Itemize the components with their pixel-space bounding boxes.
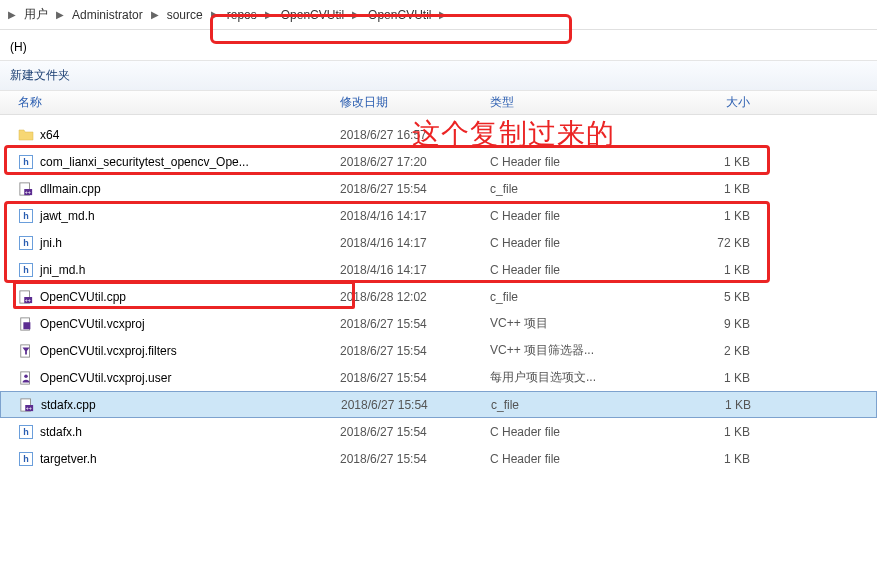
header-file-icon: h — [18, 154, 34, 170]
file-name: OpenCVUtil.vcxproj — [40, 317, 145, 331]
svg-point-10 — [24, 374, 28, 378]
column-headers: 名称 修改日期 类型 大小 — [0, 91, 877, 115]
file-type: c_file — [491, 398, 671, 412]
filters-file-icon — [18, 343, 34, 359]
file-name: x64 — [40, 128, 59, 142]
user-file-icon — [18, 370, 34, 386]
chevron-right-icon: ▶ — [437, 9, 449, 20]
file-type: C Header file — [490, 425, 670, 439]
svg-rect-7 — [23, 322, 30, 329]
file-date: 2018/4/16 14:17 — [340, 209, 490, 223]
file-size: 9 KB — [670, 317, 780, 331]
svg-text:++: ++ — [25, 189, 31, 195]
file-row[interactable]: hstdafx.h2018/6/27 15:54C Header file1 K… — [0, 418, 877, 445]
file-type: C Header file — [490, 155, 670, 169]
file-row[interactable]: hjawt_md.h2018/4/16 14:17C Header file1 … — [0, 202, 877, 229]
file-row[interactable]: OpenCVUtil.vcxproj.filters2018/6/27 15:5… — [0, 337, 877, 364]
file-row[interactable]: hcom_lianxi_securitytest_opencv_Ope...20… — [0, 148, 877, 175]
file-name: stdafx.h — [40, 425, 82, 439]
breadcrumb-item[interactable]: repos — [221, 6, 263, 24]
chevron-right-icon: ▶ — [350, 9, 362, 20]
cpp-file-icon: ++ — [18, 181, 34, 197]
file-size: 1 KB — [670, 182, 780, 196]
file-date: 2018/6/27 15:54 — [341, 398, 491, 412]
breadcrumb[interactable]: ▶ 用户 ▶ Administrator ▶ source ▶ repos ▶ … — [0, 0, 877, 30]
file-type: VC++ 项目筛选器... — [490, 342, 670, 359]
file-name: OpenCVUtil.cpp — [40, 290, 126, 304]
file-type: C Header file — [490, 236, 670, 250]
file-size: 1 KB — [670, 209, 780, 223]
file-date: 2018/6/27 15:54 — [340, 344, 490, 358]
file-type: C Header file — [490, 452, 670, 466]
file-type: C Header file — [490, 209, 670, 223]
cpp-file-icon: ++ — [18, 289, 34, 305]
menubar: (H) — [0, 30, 877, 61]
file-date: 2018/6/27 17:20 — [340, 155, 490, 169]
header-file-icon: h — [18, 235, 34, 251]
file-row[interactable]: x642018/6/27 16:57 — [0, 121, 877, 148]
help-menu[interactable]: (H) — [6, 38, 31, 56]
header-file-icon: h — [18, 451, 34, 467]
file-name: dllmain.cpp — [40, 182, 101, 196]
file-date: 2018/4/16 14:17 — [340, 236, 490, 250]
file-date: 2018/6/27 15:54 — [340, 371, 490, 385]
file-type: c_file — [490, 290, 670, 304]
svg-text:++: ++ — [26, 405, 32, 411]
file-name: stdafx.cpp — [41, 398, 96, 412]
file-size: 1 KB — [670, 263, 780, 277]
chevron-right-icon: ▶ — [149, 9, 161, 20]
new-folder-button[interactable]: 新建文件夹 — [10, 68, 70, 82]
file-row[interactable]: ++OpenCVUtil.cpp2018/6/28 12:02c_file5 K… — [0, 283, 877, 310]
file-size: 2 KB — [670, 344, 780, 358]
file-size: 1 KB — [670, 371, 780, 385]
header-file-icon: h — [18, 424, 34, 440]
file-name: jni.h — [40, 236, 62, 250]
breadcrumb-item[interactable]: 用户 — [18, 4, 54, 25]
chevron-right-icon: ▶ — [209, 9, 221, 20]
file-row[interactable]: OpenCVUtil.vcxproj2018/6/27 15:54VC++ 项目… — [0, 310, 877, 337]
header-file-icon: h — [18, 208, 34, 224]
file-row[interactable]: hjni_md.h2018/4/16 14:17C Header file1 K… — [0, 256, 877, 283]
header-file-icon: h — [18, 262, 34, 278]
file-name: com_lianxi_securitytest_opencv_Ope... — [40, 155, 249, 169]
chevron-right-icon: ▶ — [54, 9, 66, 20]
file-name: OpenCVUtil.vcxproj.user — [40, 371, 171, 385]
col-header-type[interactable]: 类型 — [490, 94, 670, 111]
file-name: jni_md.h — [40, 263, 85, 277]
vcxproj-file-icon — [18, 316, 34, 332]
file-name: OpenCVUtil.vcxproj.filters — [40, 344, 177, 358]
file-size: 5 KB — [670, 290, 780, 304]
file-size: 1 KB — [670, 425, 780, 439]
col-header-date[interactable]: 修改日期 — [340, 94, 490, 111]
file-date: 2018/6/27 15:54 — [340, 317, 490, 331]
file-row[interactable]: htargetver.h2018/6/27 15:54C Header file… — [0, 445, 877, 472]
file-type: VC++ 项目 — [490, 315, 670, 332]
file-type: C Header file — [490, 263, 670, 277]
file-size: 72 KB — [670, 236, 780, 250]
file-size: 1 KB — [670, 155, 780, 169]
file-type: 每用户项目选项文... — [490, 369, 670, 386]
svg-text:++: ++ — [25, 297, 31, 303]
cpp-file-icon: ++ — [19, 397, 35, 413]
file-row[interactable]: OpenCVUtil.vcxproj.user2018/6/27 15:54每用… — [0, 364, 877, 391]
col-header-size[interactable]: 大小 — [670, 94, 780, 111]
breadcrumb-item[interactable]: source — [161, 6, 209, 24]
breadcrumb-item[interactable]: OpenCVUtil — [275, 6, 350, 24]
file-date: 2018/6/27 15:54 — [340, 182, 490, 196]
breadcrumb-item[interactable]: Administrator — [66, 6, 149, 24]
chevron-right-icon: ▶ — [263, 9, 275, 20]
file-list: 这个复制过来的 x642018/6/27 16:57hcom_lianxi_se… — [0, 115, 877, 472]
file-date: 2018/4/16 14:17 — [340, 263, 490, 277]
folder-icon — [18, 127, 34, 143]
file-name: jawt_md.h — [40, 209, 95, 223]
file-name: targetver.h — [40, 452, 97, 466]
file-size: 1 KB — [670, 452, 780, 466]
file-row[interactable]: ++dllmain.cpp2018/6/27 15:54c_file1 KB — [0, 175, 877, 202]
breadcrumb-item[interactable]: OpenCVUtil — [362, 6, 437, 24]
file-date: 2018/6/27 15:54 — [340, 452, 490, 466]
file-date: 2018/6/27 15:54 — [340, 425, 490, 439]
col-header-name[interactable]: 名称 — [0, 94, 340, 111]
file-size: 1 KB — [671, 398, 781, 412]
file-row[interactable]: hjni.h2018/4/16 14:17C Header file72 KB — [0, 229, 877, 256]
file-row[interactable]: ++stdafx.cpp2018/6/27 15:54c_file1 KB — [0, 391, 877, 418]
